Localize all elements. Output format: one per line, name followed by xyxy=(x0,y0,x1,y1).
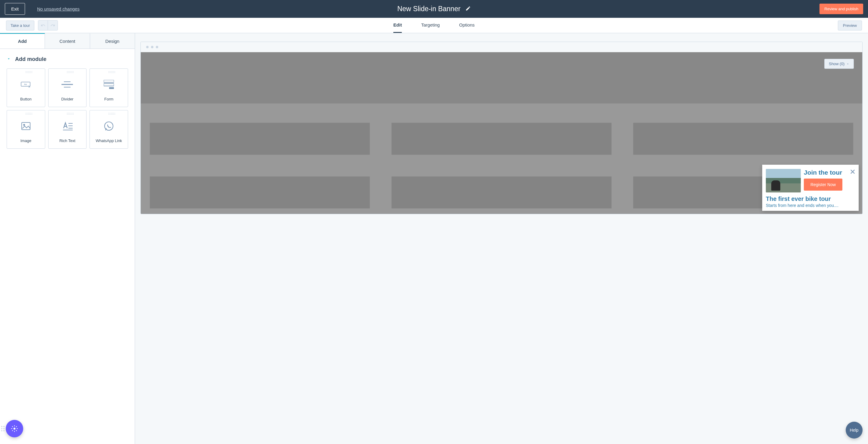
divider-icon xyxy=(61,78,73,91)
help-button[interactable]: Help xyxy=(846,422,863,439)
caret-down-icon xyxy=(846,62,849,65)
module-image[interactable]: Image xyxy=(7,110,45,149)
review-publish-button[interactable]: Review and publish xyxy=(819,4,863,14)
svg-line-21 xyxy=(16,430,17,431)
button-icon: Aa xyxy=(20,78,32,91)
placeholder-hero xyxy=(141,52,862,103)
svg-rect-8 xyxy=(22,122,30,130)
app-header: Exit No unsaved changes New Slide-in Ban… xyxy=(0,0,868,18)
undo-button[interactable] xyxy=(38,21,48,30)
svg-rect-5 xyxy=(104,80,114,82)
section-title: Add module xyxy=(15,56,46,62)
sidebar-tab-add[interactable]: Add xyxy=(0,33,45,49)
module-form[interactable]: Form xyxy=(90,68,128,107)
module-label: WhatsApp Link xyxy=(96,139,122,143)
tab-edit[interactable]: Edit xyxy=(393,18,402,33)
slidein-body: Starts from here and ends when you.... xyxy=(766,203,855,208)
module-button[interactable]: Aa Button xyxy=(7,68,45,107)
whatsapp-icon xyxy=(104,119,114,133)
svg-line-23 xyxy=(16,426,17,427)
redo-button[interactable] xyxy=(48,21,58,30)
module-label: Rich Text xyxy=(59,139,75,143)
sidebar-tab-design[interactable]: Design xyxy=(90,33,135,49)
image-icon xyxy=(21,119,31,133)
form-icon xyxy=(104,78,114,91)
take-tour-button[interactable]: Take a tour xyxy=(6,21,34,30)
pencil-icon[interactable] xyxy=(465,6,471,12)
svg-point-9 xyxy=(24,124,25,125)
module-label: Image xyxy=(21,139,31,143)
frame-dots xyxy=(141,42,862,52)
module-label: Form xyxy=(104,97,113,101)
section-toggle-add-module[interactable]: Add module xyxy=(0,49,135,66)
placeholder-block xyxy=(150,123,370,155)
svg-line-22 xyxy=(12,430,13,431)
tab-targeting[interactable]: Targeting xyxy=(421,18,440,33)
placeholder-block xyxy=(392,123,612,155)
sidebar-tab-content[interactable]: Content xyxy=(45,33,90,49)
drag-handle-icon[interactable] xyxy=(0,426,4,431)
placeholder-block xyxy=(392,176,612,208)
svg-text:Aa: Aa xyxy=(24,83,27,85)
placeholder-block xyxy=(150,176,370,208)
canvas: Show (0) ✕ Join t xyxy=(135,33,868,444)
svg-line-20 xyxy=(12,426,13,427)
module-richtext[interactable]: Rich Text xyxy=(48,110,87,149)
slidein-heading: Join the tour xyxy=(804,169,855,176)
module-divider[interactable]: Divider xyxy=(48,68,87,107)
unsaved-changes-link[interactable]: No unsaved changes xyxy=(37,6,80,11)
preview-button[interactable]: Preview xyxy=(838,21,862,30)
chevron-down-icon xyxy=(7,57,11,62)
module-whatsapp[interactable]: WhatsApp Link xyxy=(90,110,128,149)
close-icon[interactable]: ✕ xyxy=(849,168,856,176)
tab-options[interactable]: Options xyxy=(459,18,475,33)
show-dropdown[interactable]: Show (0) xyxy=(824,59,854,69)
placeholder-block xyxy=(633,123,853,155)
assistant-fab[interactable] xyxy=(6,420,23,437)
slidein-banner[interactable]: ✕ Join the tour Register Now The first e… xyxy=(762,165,859,211)
module-label: Button xyxy=(20,97,32,101)
preview-frame: Show (0) ✕ Join t xyxy=(141,41,863,214)
slidein-cta-button[interactable]: Register Now xyxy=(804,179,842,190)
slidein-subheading: The first ever bike tour xyxy=(766,196,855,202)
toolbar: Take a tour Edit Targeting Options Previ… xyxy=(0,18,868,33)
svg-rect-6 xyxy=(104,84,114,86)
exit-button[interactable]: Exit xyxy=(5,3,25,15)
module-label: Divider xyxy=(61,97,73,101)
sidebar: Add Content Design Add module Aa Button xyxy=(0,33,135,444)
page-title: New Slide-in Banner xyxy=(397,5,461,13)
richtext-icon xyxy=(61,119,73,133)
slidein-image xyxy=(766,169,801,193)
fab-container xyxy=(0,420,23,437)
svg-point-15 xyxy=(13,428,16,430)
svg-rect-7 xyxy=(109,87,114,89)
